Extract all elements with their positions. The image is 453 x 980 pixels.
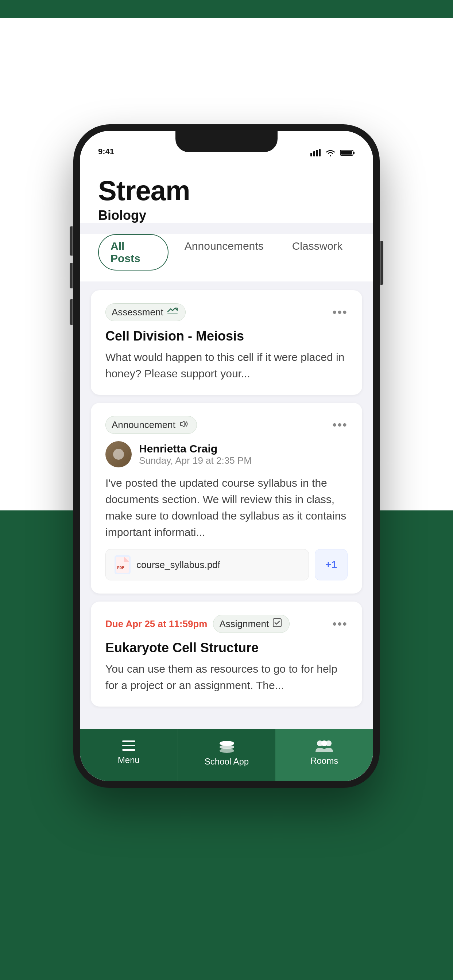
assignment-body: You can use them as resources to go to f… (105, 660, 348, 694)
tab-classwork[interactable]: Classwork (280, 234, 355, 270)
pdf-icon: PDF (115, 555, 131, 574)
layers-icon (218, 738, 236, 754)
status-icons (310, 149, 355, 156)
author-info: Henrietta Craig Sunday, Apr 19 at 2:35 P… (139, 442, 252, 466)
stream-title: Stream (98, 175, 355, 206)
menu-label: Menu (118, 755, 140, 765)
stream-subtitle: Biology (98, 208, 355, 223)
assignment-title: Eukaryote Cell Structure (105, 640, 348, 655)
svg-rect-5 (353, 152, 354, 154)
assessment-card[interactable]: Assessment ••• (91, 290, 362, 395)
attachment-more-count: +1 (325, 559, 337, 571)
stream-header: Stream Biology (80, 160, 373, 223)
assessment-icon (167, 307, 178, 318)
assignment-badge: Assignment (213, 615, 290, 633)
bottom-nav: Menu School App (80, 729, 373, 781)
phone-left-buttons (70, 263, 73, 325)
attachment-more[interactable]: +1 (315, 549, 348, 581)
announcement-body: I've posted the updated course syllabus … (105, 475, 348, 540)
svg-rect-0 (310, 153, 312, 156)
assignment-icon (273, 618, 282, 630)
nav-menu[interactable]: Menu (80, 729, 178, 781)
assessment-badge: Assessment (105, 303, 186, 321)
svg-point-16 (220, 741, 234, 746)
svg-rect-12 (122, 745, 135, 746)
svg-point-19 (321, 740, 327, 746)
battery-icon (340, 149, 355, 156)
phone-mockup: 9:41 (73, 124, 380, 788)
svg-rect-3 (319, 149, 321, 156)
announcement-badge-label: Announcement (112, 419, 175, 431)
phone-screen: 9:41 (80, 131, 373, 781)
announcement-icon (179, 420, 189, 431)
attachment-filename: course_syllabus.pdf (136, 559, 220, 571)
rooms-label: Rooms (310, 756, 338, 766)
announcement-author: Henrietta Craig Sunday, Apr 19 at 2:35 P… (105, 441, 348, 468)
app-content: Stream Biology All Posts Announcements C… (80, 160, 373, 715)
announcement-card[interactable]: Announcement ••• (91, 403, 362, 593)
badge-label: Assessment (112, 307, 163, 318)
tabs-container[interactable]: All Posts Announcements Classwork (80, 234, 373, 282)
avatar-image (105, 441, 132, 468)
signal-icon (310, 149, 321, 156)
cards-area: Assessment ••• (80, 282, 373, 715)
assignment-header-left: Due Apr 25 at 11:59pm Assignment (105, 615, 290, 633)
assignment-card[interactable]: Due Apr 25 at 11:59pm Assignment (91, 601, 362, 706)
assignment-card-header: Due Apr 25 at 11:59pm Assignment (105, 615, 348, 633)
assessment-title: Cell Division - Meiosis (105, 328, 348, 344)
volume-up-button (70, 263, 73, 288)
assessment-more-dots[interactable]: ••• (332, 305, 348, 320)
pdf-attachment[interactable]: PDF course_syllabus.pdf (105, 549, 309, 581)
tab-announcements[interactable]: Announcements (172, 234, 276, 270)
assignment-badge-label: Assignment (219, 618, 269, 630)
nav-school-app[interactable]: School App (178, 729, 276, 781)
assessment-card-header: Assessment ••• (105, 303, 348, 321)
menu-icon (121, 739, 137, 752)
wifi-icon (325, 149, 336, 156)
svg-rect-6 (341, 151, 352, 154)
svg-rect-8 (116, 557, 129, 573)
volume-down-button (70, 299, 73, 325)
svg-rect-11 (122, 740, 135, 742)
svg-text:PDF: PDF (117, 565, 124, 570)
attachments-container: PDF course_syllabus.pdf +1 (105, 549, 348, 581)
author-avatar (105, 441, 132, 468)
phone-notch (175, 131, 278, 152)
page-wrapper: Classroom updates 9:41 (0, 0, 453, 980)
due-date: Due Apr 25 at 11:59pm (105, 618, 207, 630)
tab-all-posts[interactable]: All Posts (98, 234, 169, 270)
school-app-label: School App (205, 757, 249, 767)
assessment-body: What would happen to this cell if it wer… (105, 349, 348, 382)
svg-rect-13 (122, 749, 135, 751)
svg-rect-2 (316, 150, 318, 156)
svg-rect-1 (313, 151, 315, 156)
announcement-card-header: Announcement ••• (105, 416, 348, 434)
assignment-more-dots[interactable]: ••• (332, 617, 348, 631)
announcement-more-dots[interactable]: ••• (332, 418, 348, 432)
announcement-badge: Announcement (105, 416, 197, 434)
svg-rect-10 (273, 619, 281, 627)
time-display: 9:41 (98, 147, 114, 156)
author-name: Henrietta Craig (139, 442, 252, 455)
author-date: Sunday, Apr 19 at 2:35 PM (139, 455, 252, 466)
rooms-icon (315, 738, 334, 753)
green-bar (0, 0, 453, 18)
nav-rooms[interactable]: Rooms (275, 729, 373, 781)
